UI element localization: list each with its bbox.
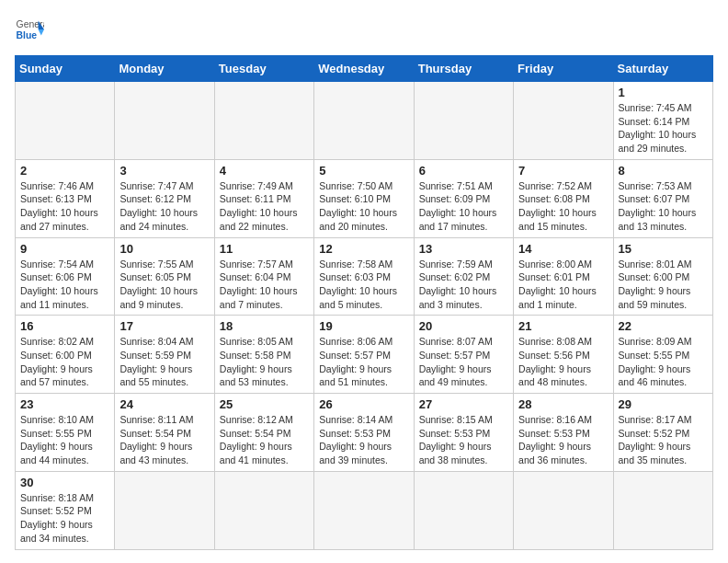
day-number: 9 <box>20 242 109 256</box>
calendar-cell <box>314 82 414 160</box>
day-number: 15 <box>619 242 708 256</box>
day-info: Sunrise: 8:05 AM Sunset: 5:58 PM Dayligh… <box>220 335 309 389</box>
calendar-cell: 22Sunrise: 8:09 AM Sunset: 5:55 PM Dayli… <box>613 316 712 394</box>
weekday-header-thursday: Thursday <box>414 56 513 82</box>
calendar-cell: 28Sunrise: 8:16 AM Sunset: 5:53 PM Dayli… <box>514 394 613 472</box>
day-number: 26 <box>319 397 408 411</box>
calendar-cell: 10Sunrise: 7:55 AM Sunset: 6:05 PM Dayli… <box>115 237 214 316</box>
calendar-cell <box>414 471 513 549</box>
weekday-header-friday: Friday <box>514 56 613 82</box>
weekday-header-wednesday: Wednesday <box>314 56 414 82</box>
calendar-cell: 26Sunrise: 8:14 AM Sunset: 5:53 PM Dayli… <box>314 394 414 472</box>
day-info: Sunrise: 7:51 AM Sunset: 6:09 PM Dayligh… <box>419 179 508 234</box>
calendar-cell: 11Sunrise: 7:57 AM Sunset: 6:04 PM Dayli… <box>214 237 313 316</box>
calendar-cell: 4Sunrise: 7:49 AM Sunset: 6:11 PM Daylig… <box>214 159 313 237</box>
day-info: Sunrise: 7:47 AM Sunset: 6:12 PM Dayligh… <box>119 179 209 234</box>
day-number: 14 <box>518 242 608 256</box>
day-info: Sunrise: 8:07 AM Sunset: 5:57 PM Dayligh… <box>419 335 508 389</box>
day-number: 8 <box>619 164 708 178</box>
day-info: Sunrise: 7:53 AM Sunset: 6:07 PM Dayligh… <box>619 179 708 234</box>
day-info: Sunrise: 8:09 AM Sunset: 5:55 PM Dayligh… <box>619 335 708 389</box>
day-number: 16 <box>20 319 109 333</box>
day-number: 28 <box>518 397 608 411</box>
day-number: 17 <box>119 319 209 333</box>
day-info: Sunrise: 7:52 AM Sunset: 6:08 PM Dayligh… <box>518 179 608 234</box>
day-number: 11 <box>220 242 309 256</box>
calendar-cell <box>414 82 513 160</box>
week-row-6: 30Sunrise: 8:18 AM Sunset: 5:52 PM Dayli… <box>16 471 713 549</box>
day-number: 10 <box>119 242 209 256</box>
calendar-cell: 18Sunrise: 8:05 AM Sunset: 5:58 PM Dayli… <box>214 316 313 394</box>
day-info: Sunrise: 7:46 AM Sunset: 6:13 PM Dayligh… <box>20 179 109 234</box>
calendar-cell: 3Sunrise: 7:47 AM Sunset: 6:12 PM Daylig… <box>115 159 214 237</box>
calendar-cell: 30Sunrise: 8:18 AM Sunset: 5:52 PM Dayli… <box>16 471 115 549</box>
calendar-cell: 17Sunrise: 8:04 AM Sunset: 5:59 PM Dayli… <box>115 316 214 394</box>
calendar-cell: 6Sunrise: 7:51 AM Sunset: 6:09 PM Daylig… <box>414 159 513 237</box>
day-number: 4 <box>220 164 309 178</box>
calendar-cell <box>514 471 613 549</box>
day-info: Sunrise: 8:14 AM Sunset: 5:53 PM Dayligh… <box>319 413 408 467</box>
week-row-4: 16Sunrise: 8:02 AM Sunset: 6:00 PM Dayli… <box>16 316 713 394</box>
day-number: 7 <box>518 164 608 178</box>
day-info: Sunrise: 8:17 AM Sunset: 5:52 PM Dayligh… <box>619 413 708 467</box>
header: General Blue <box>15 15 713 44</box>
calendar-cell: 9Sunrise: 7:54 AM Sunset: 6:06 PM Daylig… <box>16 237 115 316</box>
calendar-cell <box>214 82 313 160</box>
week-row-3: 9Sunrise: 7:54 AM Sunset: 6:06 PM Daylig… <box>16 237 713 316</box>
day-info: Sunrise: 8:00 AM Sunset: 6:01 PM Dayligh… <box>518 258 608 312</box>
day-info: Sunrise: 8:01 AM Sunset: 6:00 PM Dayligh… <box>619 258 708 312</box>
day-number: 1 <box>619 86 708 99</box>
calendar-cell: 25Sunrise: 8:12 AM Sunset: 5:54 PM Dayli… <box>214 394 313 472</box>
svg-text:Blue: Blue <box>17 30 38 40</box>
calendar-cell: 13Sunrise: 7:59 AM Sunset: 6:02 PM Dayli… <box>414 237 513 316</box>
day-number: 13 <box>419 242 508 256</box>
day-number: 2 <box>20 164 109 178</box>
weekday-header-sunday: Sunday <box>16 56 115 82</box>
calendar-cell: 16Sunrise: 8:02 AM Sunset: 6:00 PM Dayli… <box>16 316 115 394</box>
day-number: 21 <box>518 319 608 333</box>
day-info: Sunrise: 8:15 AM Sunset: 5:53 PM Dayligh… <box>419 413 508 467</box>
day-info: Sunrise: 8:04 AM Sunset: 5:59 PM Dayligh… <box>119 335 209 389</box>
day-number: 3 <box>119 164 209 178</box>
calendar-cell: 7Sunrise: 7:52 AM Sunset: 6:08 PM Daylig… <box>514 159 613 237</box>
week-row-5: 23Sunrise: 8:10 AM Sunset: 5:55 PM Dayli… <box>16 394 713 472</box>
calendar-cell: 27Sunrise: 8:15 AM Sunset: 5:53 PM Dayli… <box>414 394 513 472</box>
day-number: 6 <box>419 164 508 178</box>
calendar-cell <box>16 82 115 160</box>
weekday-header-monday: Monday <box>115 56 214 82</box>
calendar-cell: 20Sunrise: 8:07 AM Sunset: 5:57 PM Dayli… <box>414 316 513 394</box>
weekday-header-tuesday: Tuesday <box>214 56 313 82</box>
logo: General Blue <box>15 15 44 44</box>
day-info: Sunrise: 7:59 AM Sunset: 6:02 PM Dayligh… <box>419 258 508 312</box>
svg-marker-3 <box>39 29 44 35</box>
day-number: 29 <box>619 397 708 411</box>
calendar-cell: 29Sunrise: 8:17 AM Sunset: 5:52 PM Dayli… <box>613 394 712 472</box>
day-number: 23 <box>20 397 109 411</box>
calendar-cell: 21Sunrise: 8:08 AM Sunset: 5:56 PM Dayli… <box>514 316 613 394</box>
day-info: Sunrise: 7:54 AM Sunset: 6:06 PM Dayligh… <box>20 258 109 312</box>
day-info: Sunrise: 7:50 AM Sunset: 6:10 PM Dayligh… <box>319 179 408 234</box>
day-number: 22 <box>619 319 708 333</box>
day-number: 12 <box>319 242 408 256</box>
week-row-1: 1Sunrise: 7:45 AM Sunset: 6:14 PM Daylig… <box>16 82 713 160</box>
day-number: 19 <box>319 319 408 333</box>
day-info: Sunrise: 7:58 AM Sunset: 6:03 PM Dayligh… <box>319 258 408 312</box>
day-info: Sunrise: 8:08 AM Sunset: 5:56 PM Dayligh… <box>518 335 608 389</box>
day-info: Sunrise: 8:10 AM Sunset: 5:55 PM Dayligh… <box>20 413 109 467</box>
day-info: Sunrise: 8:16 AM Sunset: 5:53 PM Dayligh… <box>518 413 608 467</box>
calendar-cell: 8Sunrise: 7:53 AM Sunset: 6:07 PM Daylig… <box>613 159 712 237</box>
calendar-cell: 1Sunrise: 7:45 AM Sunset: 6:14 PM Daylig… <box>613 82 712 160</box>
day-number: 5 <box>319 164 408 178</box>
calendar-cell: 24Sunrise: 8:11 AM Sunset: 5:54 PM Dayli… <box>115 394 214 472</box>
day-info: Sunrise: 8:06 AM Sunset: 5:57 PM Dayligh… <box>319 335 408 389</box>
calendar-cell <box>115 471 214 549</box>
calendar-cell <box>314 471 414 549</box>
calendar-cell: 15Sunrise: 8:01 AM Sunset: 6:00 PM Dayli… <box>613 237 712 316</box>
calendar-cell: 2Sunrise: 7:46 AM Sunset: 6:13 PM Daylig… <box>16 159 115 237</box>
calendar-cell: 5Sunrise: 7:50 AM Sunset: 6:10 PM Daylig… <box>314 159 414 237</box>
calendar-cell: 23Sunrise: 8:10 AM Sunset: 5:55 PM Dayli… <box>16 394 115 472</box>
day-number: 20 <box>419 319 508 333</box>
day-number: 27 <box>419 397 508 411</box>
calendar-cell <box>514 82 613 160</box>
calendar-cell: 14Sunrise: 8:00 AM Sunset: 6:01 PM Dayli… <box>514 237 613 316</box>
